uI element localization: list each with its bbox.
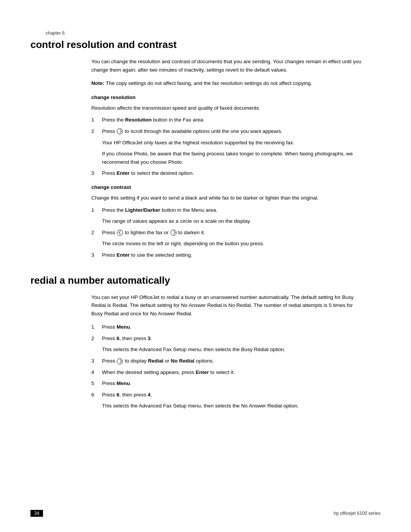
page: chapter 6 control resolution and contras… [0,0,411,532]
step-num: 5 [91,379,102,388]
change-contrast-content: Change this setting if you want to send … [91,194,365,259]
step-continuation: This selects the Advanced Fax Setup menu… [102,402,365,410]
change-contrast-title: change contrast [91,184,365,190]
section2-steps: 1 Press Menu. 2 Press 6, then press 3. T… [91,323,365,410]
step-continuation: The range of values appears as a circle … [102,217,365,225]
step-text: Press Enter to select the desired option… [102,169,365,177]
section1-intro: You can change the resolution and contra… [91,58,365,74]
step-num: 1 [91,206,102,214]
step-continuation: Your HP OfficeJet only faxes at the high… [102,139,365,147]
section1-title: control resolution and contrast [30,39,411,51]
step-text: Press Menu. [102,379,365,388]
step-item: 2 Press to scroll through the available … [91,127,365,136]
product-name: hp officejet 6100 series [334,511,381,516]
note-label: Note: [91,80,105,86]
step-num: 4 [91,368,102,377]
change-resolution-steps: 1 Press the Resolution button in the Fax… [91,116,365,177]
scroll-right-icon [117,358,123,364]
change-contrast-steps: 1 Press the Lighter/Darker button in the… [91,206,365,259]
step-text: Press Enter to use the selected setting. [102,251,365,259]
step-text: When the desired setting appears, press … [102,368,365,377]
step-num: 1 [91,323,102,331]
step-num: 2 [91,127,102,136]
step-continuation: If you choose Photo, be aware that the f… [102,150,365,166]
section2-intro: You can set your HP OfficeJet to redial … [91,293,365,318]
step-item: 3 Press Enter to select the desired opti… [91,169,365,177]
step-text: Press to scroll through the available op… [102,127,365,136]
step-num: 6 [91,391,102,399]
step-num: 3 [91,357,102,365]
step-text: Press 6, then press 3. [102,334,365,343]
step-item: 3 Press Enter to use the selected settin… [91,251,365,259]
change-contrast-intro: Change this setting if you want to send … [91,194,365,202]
step-item: 4 When the desired setting appears, pres… [91,368,365,377]
step-item: 6 Press 6, then press 4. [91,391,365,399]
step-continuation: The circle moves to the left or right, d… [102,240,365,248]
chapter-label: chapter 6 [46,30,411,36]
step-item: 2 Press to lighten the fax or to darken … [91,228,365,237]
note-text: The copy settings do not affect faxing, … [106,80,312,86]
section2-intro-area: You can set your HP OfficeJet to redial … [91,293,365,411]
step-item: 2 Press 6, then press 3. [91,334,365,343]
page-number: 34 [30,510,43,517]
change-resolution-title: change resolution [91,94,365,100]
step-text: Press to display Redial or No Redial opt… [102,357,365,365]
scroll-left-icon [117,230,123,236]
change-resolution-intro: Resolution affects the transmission spee… [91,104,365,112]
step-text: Press the Resolution button in the Fax a… [102,116,365,124]
footer: 34 hp officejet 6100 series [0,510,411,517]
section2-title: redial a number automatically [30,275,411,286]
step-item: 3 Press to display Redial or No Redial o… [91,357,365,365]
step-num: 2 [91,228,102,237]
step-num: 3 [91,169,102,177]
step-text: Press 6, then press 4. [102,391,365,399]
step-item: 1 Press the Resolution button in the Fax… [91,116,365,124]
step-num: 1 [91,116,102,124]
scroll-right-icon [170,230,177,236]
note-block: Note: The copy settings do not affect fa… [91,79,365,88]
step-text: Press the Lighter/Darker button in the M… [102,206,365,214]
change-resolution-content: Resolution affects the transmission spee… [91,104,365,177]
step-text: Press Menu. [102,323,365,331]
step-item: 1 Press Menu. [91,323,365,331]
step-num: 2 [91,334,102,343]
scroll-right-icon [117,128,123,134]
step-continuation: This selects the Advanced Fax Setup menu… [102,345,365,354]
step-item: 1 Press the Lighter/Darker button in the… [91,206,365,214]
step-text: Press to lighten the fax or to darken it… [102,228,365,237]
step-item: 5 Press Menu. [91,379,365,388]
step-num: 3 [91,251,102,259]
